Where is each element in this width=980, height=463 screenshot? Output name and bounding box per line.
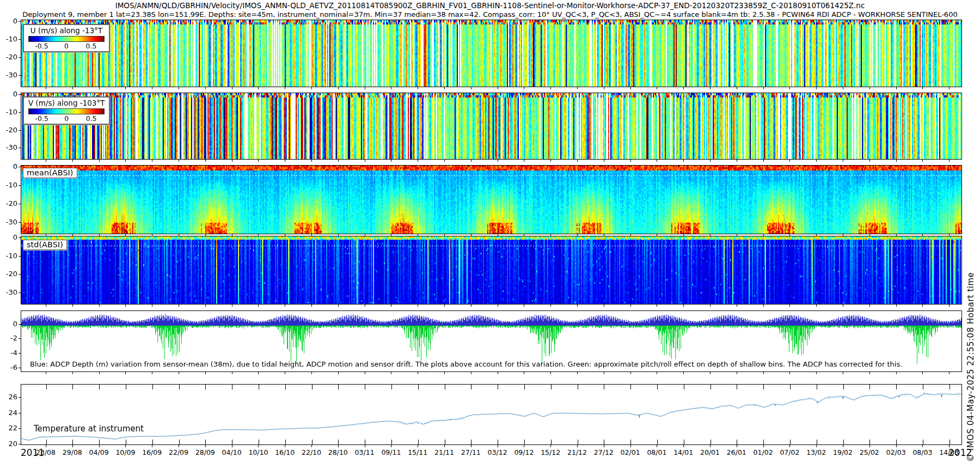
temperature-ytick-label: 24 — [1, 409, 17, 417]
xtick-mark — [205, 445, 206, 447]
xtick-mark — [949, 304, 950, 307]
xtick-mark — [816, 87, 817, 89]
temperature-ytick-mark — [19, 397, 21, 398]
xtick-mark — [498, 445, 498, 447]
xtick-mark — [232, 372, 232, 374]
xtick-mark — [311, 87, 312, 89]
xtick-date-label: 21/11 — [434, 448, 454, 456]
xtick-mark — [285, 445, 285, 447]
xtick-date-label: 14/01 — [673, 448, 693, 456]
xtick-mark — [789, 372, 790, 374]
xtick-mark — [365, 445, 365, 447]
xtick-date-label: 28/10 — [328, 448, 348, 456]
xtick-mark — [46, 304, 46, 307]
depth-variation-ytick-label: -2 — [1, 334, 17, 342]
xtick-mark — [816, 234, 817, 236]
xtick-mark — [418, 87, 418, 89]
xtick-date-label: 02/03 — [886, 448, 906, 456]
v-colorbar-legend: V (m/s) along -103°T -0.5 0 0.5 — [23, 96, 110, 125]
xtick-mark — [789, 304, 790, 307]
xtick-mark — [657, 87, 657, 89]
xtick-mark — [365, 160, 365, 162]
xtick-mark — [550, 160, 551, 162]
xtick-mark — [896, 445, 897, 447]
xtick-mark — [285, 87, 285, 89]
xtick-mark — [763, 372, 764, 374]
mean-absi-ytick-mark — [19, 222, 21, 223]
xtick-date-label: 16/09 — [142, 448, 162, 456]
xtick-mark — [843, 445, 843, 447]
xtick-mark — [232, 304, 232, 307]
xtick-mark — [338, 87, 339, 89]
xtick-mark — [737, 87, 737, 89]
xtick-mark — [710, 304, 710, 307]
xtick-mark — [444, 304, 445, 307]
xtick-mark — [896, 160, 897, 162]
xtick-mark — [763, 304, 764, 307]
figure-title: IMOS/ANMN/QLD/GBRHIN/Velocity/IMOS_ANMN-… — [0, 1, 980, 10]
mean-absi-ytick-mark — [19, 204, 21, 204]
v-velocity-panel — [21, 93, 962, 160]
xtick-mark — [683, 304, 684, 307]
xtick-date-label: 27/12 — [594, 448, 614, 456]
xtick-mark — [789, 160, 790, 162]
v-velocity-ytick-label: 0 — [1, 90, 17, 98]
xtick-mark — [179, 234, 179, 236]
xtick-date-label: 04/09 — [89, 448, 109, 456]
temperature-panel — [21, 384, 962, 445]
xtick-date-label: 01/02 — [754, 448, 773, 456]
u-velocity-ytick-label: -30 — [1, 71, 17, 79]
xtick-mark — [869, 87, 870, 89]
copyright-watermark: © IMOS 04-May-2025 22:55:08 Hobart time — [966, 272, 976, 462]
xtick-mark — [922, 304, 923, 307]
xtick-mark — [205, 234, 206, 236]
xtick-mark — [577, 87, 578, 89]
xtick-mark — [789, 87, 790, 89]
xtick-mark — [125, 372, 126, 374]
xtick-mark — [365, 372, 365, 374]
xtick-mark — [152, 445, 152, 447]
xtick-mark — [205, 304, 206, 307]
xtick-mark — [258, 445, 259, 447]
mean-absi-ytick-mark — [19, 185, 21, 186]
u-velocity-panel — [21, 20, 962, 87]
xtick-date-label: 02/01 — [621, 448, 640, 456]
xtick-mark — [365, 87, 365, 89]
xtick-mark — [99, 445, 100, 447]
xtick-mark — [125, 445, 126, 447]
xtick-mark — [763, 87, 764, 89]
depth-variation-ytick-mark — [19, 368, 21, 368]
xtick-mark — [550, 234, 551, 236]
xtick-date-label: 04/10 — [222, 448, 242, 456]
v-legend-title: V (m/s) along -103°T — [28, 99, 105, 108]
xtick-mark — [365, 304, 365, 307]
xtick-mark — [444, 160, 445, 162]
depth-variation-ytick-label: -6 — [1, 364, 17, 371]
xtick-mark — [444, 445, 445, 447]
xtick-mark — [391, 160, 391, 162]
xtick-mark — [311, 160, 312, 162]
xtick-date-label: 27/11 — [461, 448, 481, 456]
xtick-mark — [365, 234, 365, 236]
xtick-mark — [471, 234, 471, 236]
xtick-mark — [577, 234, 578, 236]
depth-variation-ytick-label: 0 — [1, 320, 17, 328]
xtick-mark — [763, 234, 764, 236]
xtick-mark — [46, 234, 46, 236]
xtick-mark — [737, 234, 737, 236]
xtick-mark — [949, 372, 950, 374]
u-velocity-ytick-mark — [19, 75, 21, 76]
v-velocity-ytick-label: -20 — [1, 126, 17, 134]
xtick-mark — [922, 160, 923, 162]
v-colorbar-gradient — [28, 108, 105, 114]
std-absi-ytick-label: 0 — [1, 234, 17, 241]
xtick-mark — [869, 372, 870, 374]
xtick-mark — [683, 87, 684, 89]
xtick-mark — [630, 304, 631, 307]
xtick-mark — [99, 87, 100, 89]
xtick-date-label: 13/02 — [806, 448, 826, 456]
mean-absi-plot — [21, 166, 961, 234]
xtick-date-label: 20/01 — [700, 448, 720, 456]
xtick-mark — [338, 160, 339, 162]
xtick-mark — [205, 87, 206, 89]
